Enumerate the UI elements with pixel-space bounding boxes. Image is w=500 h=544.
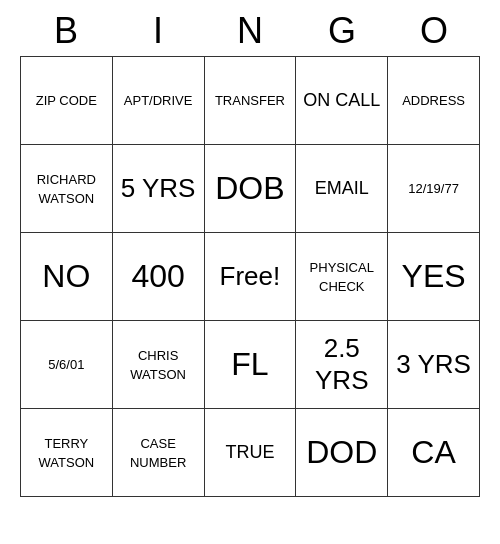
table-cell: EMAIL bbox=[296, 145, 388, 233]
cell-content: Free! bbox=[220, 261, 281, 291]
table-cell: PHYSICAL CHECK bbox=[296, 233, 388, 321]
cell-content: TRUE bbox=[225, 442, 274, 462]
table-cell: CHRIS WATSON bbox=[112, 321, 204, 409]
cell-content: DOD bbox=[306, 434, 377, 470]
table-row: TERRY WATSONCASE NUMBERTRUEDODCA bbox=[21, 409, 480, 497]
table-row: 5/6/01CHRIS WATSONFL2.5 YRS3 YRS bbox=[21, 321, 480, 409]
table-cell: NO bbox=[21, 233, 113, 321]
table-cell: 3 YRS bbox=[388, 321, 480, 409]
table-cell: 2.5 YRS bbox=[296, 321, 388, 409]
bingo-title: B I N G O bbox=[20, 10, 480, 52]
table-cell: ZIP CODE bbox=[21, 57, 113, 145]
table-cell: DOB bbox=[204, 145, 296, 233]
cell-content: YES bbox=[402, 258, 466, 294]
letter-i: I bbox=[112, 10, 204, 52]
table-cell: 5 YRS bbox=[112, 145, 204, 233]
cell-content: 5/6/01 bbox=[48, 357, 84, 372]
table-cell: Free! bbox=[204, 233, 296, 321]
table-cell: TRUE bbox=[204, 409, 296, 497]
table-row: RICHARD WATSON5 YRSDOBEMAIL12/19/77 bbox=[21, 145, 480, 233]
cell-content: 3 YRS bbox=[396, 349, 471, 379]
table-cell: DOD bbox=[296, 409, 388, 497]
cell-content: 400 bbox=[131, 258, 184, 294]
letter-g: G bbox=[296, 10, 388, 52]
table-row: ZIP CODEAPT/DRIVETRANSFERON CALLADDRESS bbox=[21, 57, 480, 145]
cell-content: FL bbox=[231, 346, 268, 382]
letter-o: O bbox=[388, 10, 480, 52]
table-row: NO400Free!PHYSICAL CHECKYES bbox=[21, 233, 480, 321]
table-cell: CASE NUMBER bbox=[112, 409, 204, 497]
cell-content: CA bbox=[411, 434, 455, 470]
cell-content: DOB bbox=[215, 170, 284, 206]
bingo-grid: ZIP CODEAPT/DRIVETRANSFERON CALLADDRESSR… bbox=[20, 56, 480, 497]
table-cell: CA bbox=[388, 409, 480, 497]
table-cell: RICHARD WATSON bbox=[21, 145, 113, 233]
cell-content: ADDRESS bbox=[402, 93, 465, 108]
cell-content: 5 YRS bbox=[121, 173, 196, 203]
cell-content: NO bbox=[42, 258, 90, 294]
cell-content: TERRY WATSON bbox=[39, 436, 95, 470]
table-cell: TERRY WATSON bbox=[21, 409, 113, 497]
cell-content: CASE NUMBER bbox=[130, 436, 186, 470]
cell-content: ZIP CODE bbox=[36, 93, 97, 108]
cell-content: ON CALL bbox=[303, 90, 380, 110]
table-cell: YES bbox=[388, 233, 480, 321]
cell-content: CHRIS WATSON bbox=[130, 348, 186, 382]
table-cell: FL bbox=[204, 321, 296, 409]
cell-content: TRANSFER bbox=[215, 93, 285, 108]
cell-content: EMAIL bbox=[315, 178, 369, 198]
table-cell: TRANSFER bbox=[204, 57, 296, 145]
cell-content: 12/19/77 bbox=[408, 181, 459, 196]
table-cell: 400 bbox=[112, 233, 204, 321]
cell-content: APT/DRIVE bbox=[124, 93, 193, 108]
table-cell: 12/19/77 bbox=[388, 145, 480, 233]
cell-content: 2.5 YRS bbox=[315, 333, 368, 394]
letter-n: N bbox=[204, 10, 296, 52]
table-cell: ON CALL bbox=[296, 57, 388, 145]
table-cell: 5/6/01 bbox=[21, 321, 113, 409]
table-cell: ADDRESS bbox=[388, 57, 480, 145]
cell-content: PHYSICAL CHECK bbox=[310, 260, 374, 294]
letter-b: B bbox=[20, 10, 112, 52]
cell-content: RICHARD WATSON bbox=[37, 172, 96, 206]
table-cell: APT/DRIVE bbox=[112, 57, 204, 145]
